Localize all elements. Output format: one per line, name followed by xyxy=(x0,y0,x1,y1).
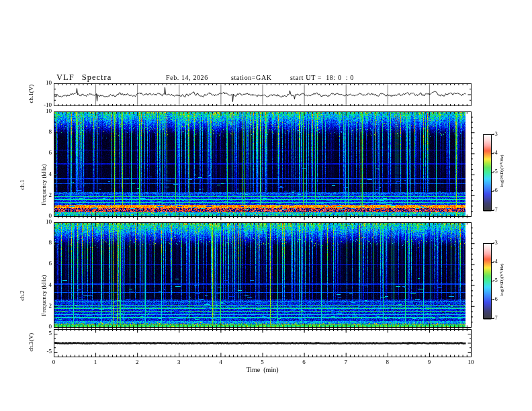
colorbar2-tick-label: -5 xyxy=(493,278,505,283)
x-tick-label: 3 xyxy=(171,359,187,365)
x-tick-label: 8 xyxy=(380,359,396,365)
spec1-y-tick-label: 4 xyxy=(34,171,52,177)
spec2-y-tick-label: 2 xyxy=(34,303,52,309)
title-start-ut: start UT = 18: 0 : 0 xyxy=(290,75,354,81)
x-tick-label: 7 xyxy=(338,359,354,365)
colorbar1-tick-label: -7 xyxy=(493,208,505,213)
title-station: station=GAK xyxy=(231,75,272,81)
spec2-y-tick-label: 4 xyxy=(34,282,52,288)
ch1-y-tick-label: 10 xyxy=(34,80,52,86)
x-tick-label: 1 xyxy=(87,359,103,365)
x-tick-label: 9 xyxy=(421,359,437,365)
colorbar1-tick-label: -5 xyxy=(493,169,505,175)
colorbar1-tick-label: -3 xyxy=(493,132,505,137)
spectra-plot-canvas xyxy=(0,0,532,411)
x-tick-label: 0 xyxy=(46,359,62,365)
spec2-y-tick-label: 10 xyxy=(34,219,52,225)
spec2-y-tick-label: 6 xyxy=(34,261,52,267)
colorbar1-tick-label: -4 xyxy=(493,150,505,156)
spec1-y-tick-label: 8 xyxy=(34,129,52,135)
spec2-y-tick-label: 0 xyxy=(34,324,52,330)
x-tick-label: 5 xyxy=(255,359,271,365)
colorbar2-tick-label: -4 xyxy=(493,259,505,265)
spec1-ylabel: ch.1 Frequency (kHz) xyxy=(5,134,61,235)
page-title: VLF Spectra xyxy=(56,73,112,82)
x-tick-label: 10 xyxy=(463,359,479,365)
spec1-y-tick-label: 2 xyxy=(34,192,52,198)
x-axis-title: Time (min) xyxy=(222,367,303,373)
x-tick-label: 4 xyxy=(212,359,228,365)
colorbar2-tick-label: -7 xyxy=(493,316,505,321)
spec1-ylabel-channel: ch.1 xyxy=(19,134,26,235)
ch3-y-tick-label: 5 xyxy=(34,330,52,336)
colorbar2-tick-label: -3 xyxy=(493,240,505,246)
spec2-y-tick-label: 8 xyxy=(34,240,52,246)
vlf-spectra-figure: VLF Spectra Feb. 14, 2026 station=GAK st… xyxy=(0,0,532,411)
spec1-y-tick-label: 10 xyxy=(34,108,52,114)
colorbar1-tick-label: -6 xyxy=(493,188,505,193)
ch3-y-tick-label: -5 xyxy=(34,349,52,355)
x-tick-label: 2 xyxy=(129,359,145,365)
spec2-ylabel-channel: ch.2 xyxy=(19,245,26,346)
colorbar2-tick-label: -6 xyxy=(493,297,505,302)
title-date: Feb. 14, 2026 xyxy=(166,75,208,81)
spec1-y-tick-label: 6 xyxy=(34,150,52,156)
x-tick-label: 6 xyxy=(296,359,312,365)
